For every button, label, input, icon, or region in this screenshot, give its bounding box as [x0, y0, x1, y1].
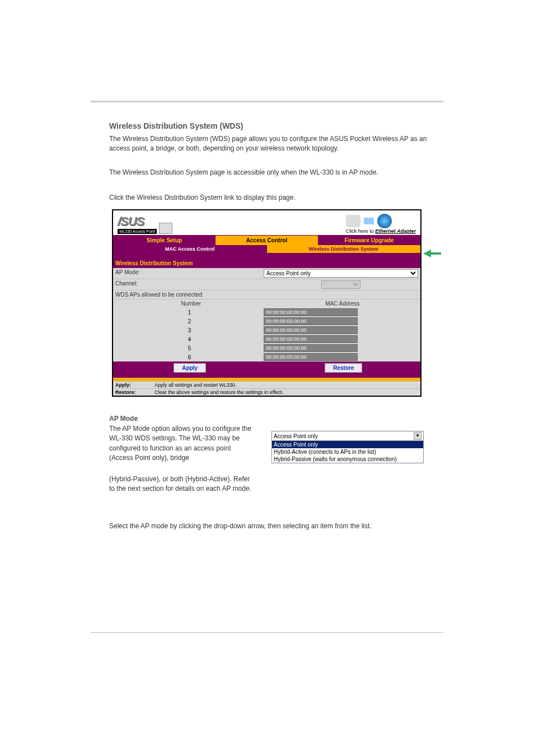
wds-list-heading: WDS APs allowed to be connected: [115, 292, 203, 298]
column-number: Number [115, 300, 267, 307]
mac-input[interactable] [264, 308, 358, 316]
table-row: 2 [113, 317, 420, 326]
table-row: 6 [113, 353, 420, 361]
paragraph: (Hybrid-Passive), or both (Hybrid-Active… [109, 475, 255, 494]
device-icon [159, 223, 172, 234]
ethernet-adapter-link[interactable]: Click here to Ethernet Adapter [346, 228, 416, 234]
globe-icon [377, 214, 392, 228]
paragraph: The AP Mode option allows you to configu… [109, 424, 255, 463]
dropdown-option[interactable]: Hybrid-Active (connects to APs in the li… [272, 448, 423, 456]
apply-desc-label: Apply: [115, 382, 154, 388]
table-row: 4 [113, 335, 420, 344]
tab-firmware-upgrade[interactable]: Firmware Upgrade [318, 236, 420, 245]
callout-arrow-icon [423, 250, 431, 257]
table-row: 5 [113, 344, 420, 353]
ap-mode-heading: AP Mode [109, 414, 442, 424]
dropdown-selected-value[interactable]: Access Point only [274, 433, 318, 439]
ap-mode-select[interactable]: Access Point only [264, 269, 418, 278]
subtab-mac-access-control[interactable]: MAC Access Control [113, 245, 267, 253]
product-label: WL330 Access Point [118, 229, 157, 234]
chevron-down-icon[interactable]: ▼ [414, 432, 421, 440]
arrow-icon [364, 218, 374, 224]
apply-desc: Apply all settings and restart WL330. [154, 382, 237, 388]
router-ui-screenshot: /SUS WL330 Access Point Click here to Et… [112, 209, 421, 397]
section-heading: Wireless Distribution System (WDS) [109, 120, 442, 132]
channel-label: Channel: [115, 280, 264, 289]
column-mac: MAC Address [267, 300, 419, 307]
mac-input[interactable] [264, 317, 358, 325]
callout-arrow-stem [431, 252, 441, 255]
mac-input[interactable] [264, 353, 358, 361]
paragraph: The Wireless Distribution System (WDS) p… [109, 134, 442, 154]
mac-input[interactable] [264, 344, 358, 352]
table-row: 3 [113, 326, 420, 335]
channel-select [321, 280, 360, 289]
restore-button[interactable]: Restore [325, 363, 362, 373]
page-bottom-rule [91, 632, 443, 633]
ap-mode-label: AP Mode: [115, 269, 264, 278]
dropdown-option[interactable]: Access Point only [272, 441, 423, 448]
hand-icon [346, 215, 360, 227]
asus-logo: /SUS [118, 214, 157, 229]
subtab-wds[interactable]: Wireless Distribution System [267, 245, 421, 253]
dropdown-option[interactable]: Hybrid-Passive (waits for anonymous conn… [272, 456, 423, 463]
paragraph: The Wireless Distribution System page is… [109, 168, 442, 177]
tab-simple-setup[interactable]: Simple Setup [113, 236, 216, 245]
wds-section-heading: Wireless Distribution System [113, 259, 420, 268]
mac-input[interactable] [264, 326, 358, 334]
ap-mode-dropdown-screenshot: Access Point only ▼ Access Point only Hy… [271, 431, 424, 463]
tab-access-control[interactable]: Access Control [216, 236, 318, 245]
table-row: 1 [113, 308, 420, 317]
paragraph: Click the Wireless Distribution System l… [109, 193, 442, 203]
paragraph: Select the AP mode by clicking the drop-… [109, 522, 442, 531]
restore-desc-label: Restore: [115, 389, 154, 395]
restore-desc: Clear the above settings and restore the… [154, 389, 283, 395]
page-top-rule [91, 101, 443, 102]
mac-input[interactable] [264, 335, 358, 343]
apply-button[interactable]: Apply [174, 363, 206, 373]
